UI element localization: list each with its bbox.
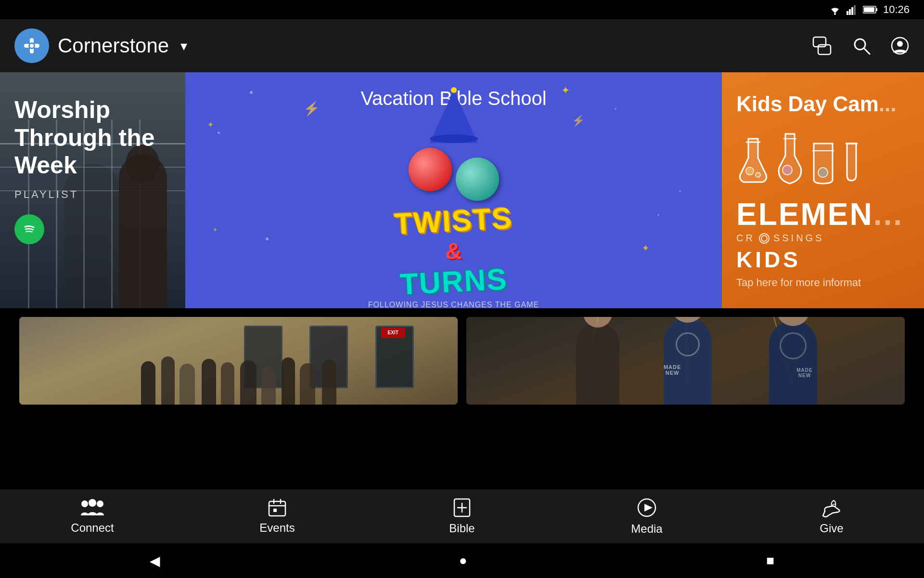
vbs-logo-area: TWISTS & TURNS FOLLOWING JESUS CHANGES T…: [185, 114, 722, 308]
app-name: Cornerstone: [58, 34, 169, 57]
svg-point-29: [97, 500, 103, 507]
nav-item-events[interactable]: Events: [185, 498, 370, 535]
events-label: Events: [259, 521, 295, 535]
elements-text: ELEMEN...: [736, 199, 910, 230]
events-icon: [268, 498, 287, 517]
status-time: 10:26: [883, 3, 910, 16]
vbs-logo: TWISTS & TURNS FOLLOWING JESUS CHANGES T…: [368, 204, 539, 308]
svg-point-22: [756, 172, 760, 177]
card-worship[interactable]: Worship Through the Week PLAYLIST: [0, 72, 185, 308]
svg-rect-2: [849, 9, 851, 15]
media-icon: [636, 497, 657, 518]
svg-point-26: [818, 168, 828, 177]
svg-point-24: [783, 165, 792, 175]
status-bar: 10:26: [0, 0, 924, 19]
search-icon[interactable]: [852, 36, 871, 55]
content-row: EXIT: [0, 308, 924, 405]
spotify-icon[interactable]: [14, 214, 44, 244]
svg-rect-35: [273, 509, 277, 512]
svg-rect-3: [851, 7, 853, 15]
svg-rect-7: [864, 7, 874, 12]
dropdown-arrow[interactable]: ▾: [180, 38, 187, 54]
bible-icon: [452, 498, 472, 518]
bottom-nav: Connect Events Bible Media: [0, 489, 924, 543]
tt-turns: TURNS: [399, 262, 508, 302]
svg-line-16: [864, 48, 870, 54]
tt-amp: &: [445, 238, 462, 264]
nav-item-media[interactable]: Media: [554, 497, 739, 536]
nav-item-connect[interactable]: Connect: [0, 498, 185, 535]
media-label: Media: [631, 522, 662, 536]
battery-icon: [863, 5, 878, 14]
account-icon[interactable]: [890, 36, 910, 55]
carousel-area: Worship Through the Week PLAYLIST: [0, 72, 924, 308]
connect-label: Connect: [71, 521, 114, 535]
kids-text: KIDS: [736, 247, 910, 273]
card-vbs[interactable]: ✦ ✦ ✦ ✦ ⚡ ⚡ Vacation Bible School: [185, 72, 722, 308]
content-card-stage[interactable]: MADE NEW MADE NEW: [466, 317, 905, 405]
svg-point-18: [897, 41, 903, 47]
chat-icon[interactable]: [811, 35, 833, 56]
worship-title: Worship Through the Week: [14, 96, 171, 180]
svg-rect-6: [876, 8, 877, 11]
svg-point-0: [834, 13, 836, 15]
crossings-brand: CR SSINGS: [736, 233, 910, 244]
give-label: Give: [820, 522, 843, 535]
svg-rect-1: [847, 11, 848, 15]
kids-tap-text: Tap here for more informat: [736, 276, 910, 289]
recents-button[interactable]: ■: [766, 553, 774, 568]
top-bar-left: Cornerstone ▾: [14, 28, 187, 63]
wifi-icon: [828, 4, 842, 15]
worship-label: PLAYLIST: [14, 188, 171, 201]
science-icons: [736, 131, 910, 184]
svg-point-12: [30, 44, 34, 48]
svg-point-30: [89, 499, 96, 507]
content-card-gathering[interactable]: EXIT: [19, 317, 458, 405]
status-icons: 10:26: [828, 3, 910, 16]
svg-point-21: [746, 167, 754, 175]
svg-marker-40: [644, 504, 653, 512]
bible-label: Bible: [449, 522, 475, 535]
tt-sub: FOLLOWING JESUS CHANGES THE GAME: [368, 301, 539, 308]
kids-title: Kids Day Cam...: [736, 92, 910, 117]
svg-point-28: [81, 500, 88, 507]
home-button[interactable]: ●: [459, 553, 467, 568]
connect-icon: [80, 498, 105, 517]
top-bar-right: [811, 35, 910, 56]
svg-rect-4: [854, 5, 856, 15]
card-kids[interactable]: Kids Day Cam...: [722, 72, 924, 308]
signal-icon: [847, 4, 858, 15]
tt-twists: TWISTS: [394, 201, 514, 241]
app-logo: [14, 28, 49, 63]
android-nav: ◀ ● ■: [0, 543, 924, 578]
back-button[interactable]: ◀: [150, 553, 160, 569]
top-bar: Cornerstone ▾: [0, 19, 924, 72]
give-icon: [821, 498, 842, 518]
svg-rect-31: [269, 501, 285, 516]
nav-item-bible[interactable]: Bible: [370, 498, 554, 535]
nav-item-give[interactable]: Give: [739, 498, 924, 535]
